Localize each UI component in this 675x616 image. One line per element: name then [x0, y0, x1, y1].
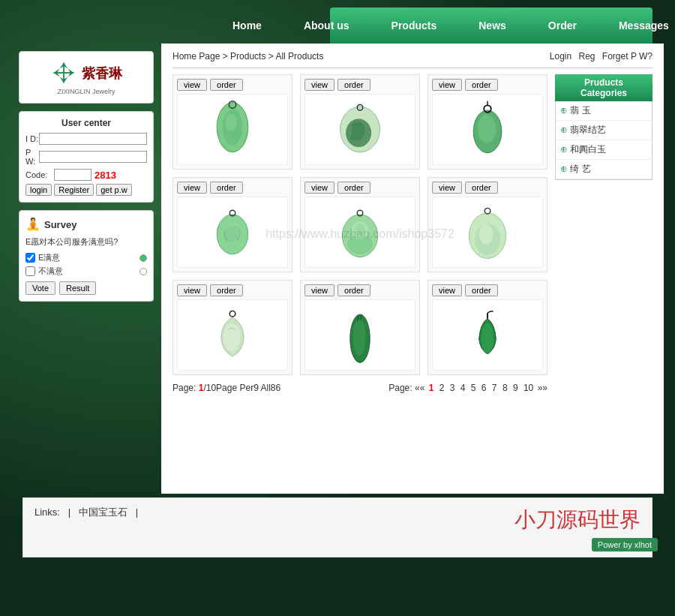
- current-page: 1: [199, 383, 204, 393]
- breadcrumb: Home Page > Products > All Products: [172, 51, 323, 62]
- footer-wrapper: Links: | 中国宝玉石 | 小刀源码世界 Power by xlhot: [11, 497, 664, 557]
- order-btn-1-2[interactable]: order: [338, 79, 370, 91]
- code-input[interactable]: [54, 169, 92, 181]
- view-btn-3-2[interactable]: view: [304, 284, 334, 296]
- id-label: I D:: [26, 134, 39, 143]
- nav-about[interactable]: About us: [283, 20, 370, 32]
- page-5[interactable]: 5: [470, 383, 478, 393]
- page-4[interactable]: 4: [459, 383, 467, 393]
- survey-label-1: E满意: [38, 252, 60, 263]
- footer-link-1[interactable]: 中国宝玉石: [79, 506, 128, 518]
- survey-option-2: 不满意: [26, 266, 147, 277]
- survey-checkbox-2[interactable]: [26, 266, 35, 276]
- login-button[interactable]: login: [26, 184, 52, 196]
- view-btn-1-3[interactable]: view: [432, 79, 462, 91]
- survey-box: 🧘 Survey E愿对本公司服务满意吗? E满意 不满意 Vote Resul…: [19, 210, 154, 302]
- product-img-3-3: [432, 299, 543, 371]
- code-value: 2813: [94, 170, 116, 181]
- product-img-1-3: [432, 94, 543, 165]
- footer-area: Links: | 中国宝玉石 | 小刀源码世界: [22, 497, 652, 557]
- survey-radio-1: [140, 254, 147, 262]
- nav-products[interactable]: Products: [370, 20, 458, 32]
- register-link[interactable]: Reg: [579, 51, 596, 62]
- survey-checkbox-1[interactable]: [26, 253, 35, 263]
- category-list: 翡 玉 翡翠结艺 和阗白玉 绮 艺: [555, 101, 652, 180]
- svg-point-35: [482, 323, 494, 354]
- nav-home[interactable]: Home: [212, 20, 283, 32]
- product-img-1-2: [304, 94, 416, 165]
- getp-button[interactable]: get p.w: [96, 184, 131, 196]
- product-img-3-2: [304, 299, 416, 371]
- order-btn-2-2[interactable]: order: [338, 182, 370, 194]
- svg-point-8: [226, 114, 237, 131]
- page-3[interactable]: 3: [448, 383, 457, 393]
- view-btn-1-2[interactable]: view: [304, 79, 334, 91]
- svg-point-18: [226, 223, 240, 242]
- total-pages: 10: [206, 383, 216, 393]
- logo-subtitle: ZIXINGLIN Jewelry: [27, 88, 146, 95]
- order-btn-3-1[interactable]: order: [210, 284, 243, 296]
- code-label: Code:: [26, 170, 54, 179]
- product-img-2-2: [304, 197, 416, 268]
- divider: [172, 68, 652, 68]
- total-items: 86: [271, 383, 280, 393]
- content-layout: https://www.huzhan.com/ishop3572 view or…: [172, 74, 652, 393]
- order-btn-2-3[interactable]: order: [465, 182, 498, 194]
- product-card-2-2: view order: [300, 177, 420, 272]
- category-item-2[interactable]: 翡翠结艺: [556, 121, 652, 140]
- order-btn-1-1[interactable]: order: [210, 79, 243, 91]
- category-panel: Pruducts Categories 翡 玉 翡翠结艺 和阗白玉 绮 艺: [555, 74, 652, 393]
- pw-label: P W:: [26, 148, 39, 166]
- survey-label-2: 不满意: [38, 266, 63, 277]
- page-6[interactable]: 6: [480, 383, 488, 393]
- product-card-3-3: view order: [428, 280, 548, 375]
- view-btn-1-1[interactable]: view: [177, 79, 207, 91]
- id-input[interactable]: [39, 133, 147, 145]
- category-item-4[interactable]: 绮 艺: [556, 160, 652, 179]
- products-row-3: view order: [172, 280, 548, 375]
- forget-link[interactable]: Forget P W?: [602, 51, 652, 62]
- nav-order[interactable]: Order: [527, 20, 598, 32]
- order-btn-2-1[interactable]: order: [210, 182, 243, 194]
- survey-radio-2: [140, 268, 147, 275]
- navbar: Home About us Products News Order Messag…: [330, 8, 652, 44]
- product-card-1-1: view order: [172, 74, 292, 170]
- survey-icon: 🧘: [26, 217, 40, 232]
- view-btn-3-3[interactable]: view: [432, 284, 462, 296]
- page-1[interactable]: 1: [428, 383, 436, 393]
- view-btn-2-2[interactable]: view: [304, 182, 334, 194]
- order-btn-3-2[interactable]: order: [338, 284, 370, 296]
- logo-text: 紫香琳: [82, 65, 122, 83]
- survey-question: E愿对本公司服务满意吗?: [26, 236, 147, 248]
- register-button[interactable]: Register: [54, 184, 94, 196]
- nav-messages[interactable]: Messages: [598, 20, 675, 32]
- product-card-3-2: view order: [300, 280, 420, 375]
- category-item-3[interactable]: 和阗白玉: [556, 140, 652, 160]
- nav-news[interactable]: News: [458, 20, 527, 32]
- products-row-1: view order: [172, 74, 548, 170]
- page-9[interactable]: 9: [512, 383, 520, 393]
- login-links: Login Reg Forget P W?: [545, 51, 652, 62]
- category-item-1[interactable]: 翡 玉: [556, 101, 652, 121]
- order-btn-1-3[interactable]: order: [465, 79, 498, 91]
- top-bar: Home Page > Products > All Products Logi…: [172, 51, 652, 62]
- order-btn-3-3[interactable]: order: [465, 284, 498, 296]
- links-label: Links:: [34, 506, 60, 518]
- vote-button[interactable]: Vote: [26, 281, 56, 295]
- page-7[interactable]: 7: [490, 383, 499, 393]
- product-img-2-3: [432, 197, 543, 268]
- view-btn-2-1[interactable]: view: [177, 182, 207, 194]
- page-links: Page: «« 1 2 3 4 5 6 7 8 9 10 »»: [388, 383, 548, 393]
- pw-input[interactable]: [39, 151, 147, 163]
- page-8[interactable]: 8: [501, 383, 509, 393]
- result-button[interactable]: Result: [59, 281, 96, 295]
- view-btn-2-3[interactable]: view: [432, 182, 462, 194]
- product-card-2-3: view order: [428, 177, 548, 272]
- survey-option-1: E满意: [26, 252, 147, 263]
- view-btn-3-1[interactable]: view: [177, 284, 207, 296]
- login-link[interactable]: Login: [550, 51, 572, 62]
- page-10[interactable]: 10: [522, 383, 535, 393]
- product-card-3-1: view order: [172, 280, 292, 375]
- page-2[interactable]: 2: [438, 383, 446, 393]
- product-img-3-1: [177, 299, 288, 371]
